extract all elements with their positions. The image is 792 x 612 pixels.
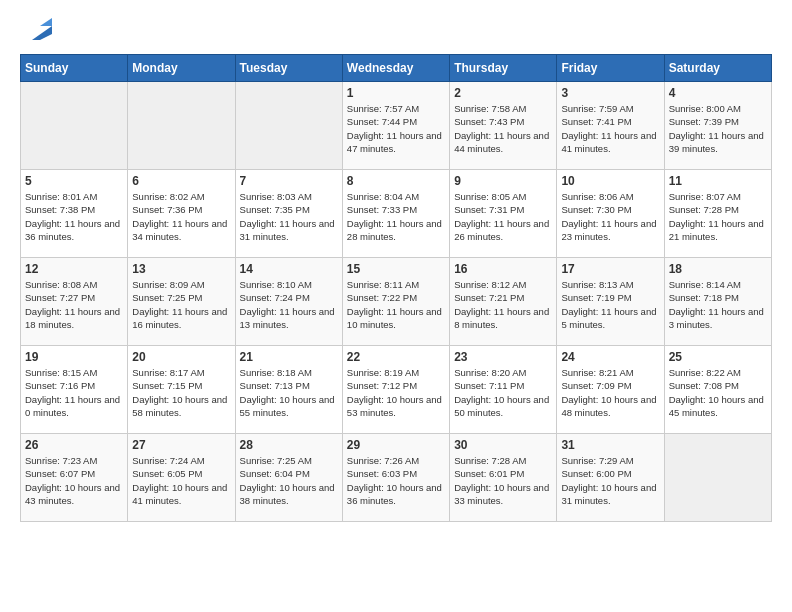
calendar-cell: 26 Sunrise: 7:23 AM Sunset: 6:07 PM Dayl… <box>21 434 128 522</box>
cell-content: Sunrise: 8:12 AM Sunset: 7:21 PM Dayligh… <box>454 278 552 331</box>
sunset-label: Sunset: 7:22 PM <box>347 292 417 303</box>
week-row-3: 12 Sunrise: 8:08 AM Sunset: 7:27 PM Dayl… <box>21 258 772 346</box>
day-number: 13 <box>132 262 230 276</box>
day-header-friday: Friday <box>557 55 664 82</box>
sunrise-label: Sunrise: 8:13 AM <box>561 279 633 290</box>
calendar-cell <box>21 82 128 170</box>
calendar-cell: 21 Sunrise: 8:18 AM Sunset: 7:13 PM Dayl… <box>235 346 342 434</box>
calendar-cell: 7 Sunrise: 8:03 AM Sunset: 7:35 PM Dayli… <box>235 170 342 258</box>
daylight-label: Daylight: 10 hours and 50 minutes. <box>454 394 549 418</box>
sunrise-label: Sunrise: 8:09 AM <box>132 279 204 290</box>
sunset-label: Sunset: 7:15 PM <box>132 380 202 391</box>
week-row-1: 1 Sunrise: 7:57 AM Sunset: 7:44 PM Dayli… <box>21 82 772 170</box>
daylight-label: Daylight: 11 hours and 16 minutes. <box>132 306 227 330</box>
sunset-label: Sunset: 7:28 PM <box>669 204 739 215</box>
daylight-label: Daylight: 11 hours and 44 minutes. <box>454 130 549 154</box>
daylight-label: Daylight: 11 hours and 36 minutes. <box>25 218 120 242</box>
sunrise-label: Sunrise: 8:17 AM <box>132 367 204 378</box>
sunset-label: Sunset: 7:38 PM <box>25 204 95 215</box>
daylight-label: Daylight: 11 hours and 31 minutes. <box>240 218 335 242</box>
sunset-label: Sunset: 7:25 PM <box>132 292 202 303</box>
svg-marker-0 <box>32 26 52 40</box>
daylight-label: Daylight: 11 hours and 26 minutes. <box>454 218 549 242</box>
sunrise-label: Sunrise: 7:58 AM <box>454 103 526 114</box>
daylight-label: Daylight: 11 hours and 21 minutes. <box>669 218 764 242</box>
calendar-cell: 17 Sunrise: 8:13 AM Sunset: 7:19 PM Dayl… <box>557 258 664 346</box>
sunset-label: Sunset: 6:00 PM <box>561 468 631 479</box>
cell-content: Sunrise: 8:18 AM Sunset: 7:13 PM Dayligh… <box>240 366 338 419</box>
calendar-cell <box>664 434 771 522</box>
sunset-label: Sunset: 7:24 PM <box>240 292 310 303</box>
day-number: 12 <box>25 262 123 276</box>
sunset-label: Sunset: 7:16 PM <box>25 380 95 391</box>
sunrise-label: Sunrise: 8:14 AM <box>669 279 741 290</box>
day-number: 11 <box>669 174 767 188</box>
calendar-cell <box>128 82 235 170</box>
calendar-cell: 16 Sunrise: 8:12 AM Sunset: 7:21 PM Dayl… <box>450 258 557 346</box>
cell-content: Sunrise: 7:29 AM Sunset: 6:00 PM Dayligh… <box>561 454 659 507</box>
daylight-label: Daylight: 11 hours and 5 minutes. <box>561 306 656 330</box>
week-row-2: 5 Sunrise: 8:01 AM Sunset: 7:38 PM Dayli… <box>21 170 772 258</box>
daylight-label: Daylight: 10 hours and 36 minutes. <box>347 482 442 506</box>
daylight-label: Daylight: 11 hours and 13 minutes. <box>240 306 335 330</box>
sunrise-label: Sunrise: 8:19 AM <box>347 367 419 378</box>
sunset-label: Sunset: 7:08 PM <box>669 380 739 391</box>
daylight-label: Daylight: 11 hours and 34 minutes. <box>132 218 227 242</box>
sunrise-label: Sunrise: 8:20 AM <box>454 367 526 378</box>
daylight-label: Daylight: 11 hours and 0 minutes. <box>25 394 120 418</box>
sunrise-label: Sunrise: 8:15 AM <box>25 367 97 378</box>
calendar-cell: 5 Sunrise: 8:01 AM Sunset: 7:38 PM Dayli… <box>21 170 128 258</box>
sunrise-label: Sunrise: 7:57 AM <box>347 103 419 114</box>
sunset-label: Sunset: 6:07 PM <box>25 468 95 479</box>
day-number: 16 <box>454 262 552 276</box>
calendar-cell: 30 Sunrise: 7:28 AM Sunset: 6:01 PM Dayl… <box>450 434 557 522</box>
daylight-label: Daylight: 10 hours and 48 minutes. <box>561 394 656 418</box>
day-number: 19 <box>25 350 123 364</box>
calendar-cell: 3 Sunrise: 7:59 AM Sunset: 7:41 PM Dayli… <box>557 82 664 170</box>
calendar-cell: 15 Sunrise: 8:11 AM Sunset: 7:22 PM Dayl… <box>342 258 449 346</box>
week-row-5: 26 Sunrise: 7:23 AM Sunset: 6:07 PM Dayl… <box>21 434 772 522</box>
day-header-tuesday: Tuesday <box>235 55 342 82</box>
day-number: 17 <box>561 262 659 276</box>
daylight-label: Daylight: 11 hours and 10 minutes. <box>347 306 442 330</box>
daylight-label: Daylight: 10 hours and 53 minutes. <box>347 394 442 418</box>
daylight-label: Daylight: 11 hours and 23 minutes. <box>561 218 656 242</box>
sunset-label: Sunset: 7:44 PM <box>347 116 417 127</box>
sunset-label: Sunset: 7:36 PM <box>132 204 202 215</box>
daylight-label: Daylight: 10 hours and 38 minutes. <box>240 482 335 506</box>
sunset-label: Sunset: 7:18 PM <box>669 292 739 303</box>
calendar-cell: 12 Sunrise: 8:08 AM Sunset: 7:27 PM Dayl… <box>21 258 128 346</box>
sunrise-label: Sunrise: 8:10 AM <box>240 279 312 290</box>
daylight-label: Daylight: 10 hours and 41 minutes. <box>132 482 227 506</box>
sunrise-label: Sunrise: 8:05 AM <box>454 191 526 202</box>
calendar-cell: 6 Sunrise: 8:02 AM Sunset: 7:36 PM Dayli… <box>128 170 235 258</box>
cell-content: Sunrise: 8:04 AM Sunset: 7:33 PM Dayligh… <box>347 190 445 243</box>
calendar-cell: 27 Sunrise: 7:24 AM Sunset: 6:05 PM Dayl… <box>128 434 235 522</box>
sunset-label: Sunset: 7:30 PM <box>561 204 631 215</box>
day-number: 26 <box>25 438 123 452</box>
day-number: 3 <box>561 86 659 100</box>
day-number: 21 <box>240 350 338 364</box>
daylight-label: Daylight: 10 hours and 43 minutes. <box>25 482 120 506</box>
cell-content: Sunrise: 8:10 AM Sunset: 7:24 PM Dayligh… <box>240 278 338 331</box>
day-number: 14 <box>240 262 338 276</box>
sunrise-label: Sunrise: 8:18 AM <box>240 367 312 378</box>
day-number: 8 <box>347 174 445 188</box>
day-number: 20 <box>132 350 230 364</box>
cell-content: Sunrise: 7:24 AM Sunset: 6:05 PM Dayligh… <box>132 454 230 507</box>
sunset-label: Sunset: 6:05 PM <box>132 468 202 479</box>
sunset-label: Sunset: 7:33 PM <box>347 204 417 215</box>
daylight-label: Daylight: 11 hours and 28 minutes. <box>347 218 442 242</box>
calendar-cell: 24 Sunrise: 8:21 AM Sunset: 7:09 PM Dayl… <box>557 346 664 434</box>
daylight-label: Daylight: 11 hours and 3 minutes. <box>669 306 764 330</box>
cell-content: Sunrise: 8:13 AM Sunset: 7:19 PM Dayligh… <box>561 278 659 331</box>
sunset-label: Sunset: 7:21 PM <box>454 292 524 303</box>
cell-content: Sunrise: 8:21 AM Sunset: 7:09 PM Dayligh… <box>561 366 659 419</box>
sunset-label: Sunset: 7:41 PM <box>561 116 631 127</box>
sunrise-label: Sunrise: 7:29 AM <box>561 455 633 466</box>
sunrise-label: Sunrise: 7:25 AM <box>240 455 312 466</box>
cell-content: Sunrise: 8:09 AM Sunset: 7:25 PM Dayligh… <box>132 278 230 331</box>
calendar-cell: 22 Sunrise: 8:19 AM Sunset: 7:12 PM Dayl… <box>342 346 449 434</box>
cell-content: Sunrise: 8:06 AM Sunset: 7:30 PM Dayligh… <box>561 190 659 243</box>
day-number: 24 <box>561 350 659 364</box>
